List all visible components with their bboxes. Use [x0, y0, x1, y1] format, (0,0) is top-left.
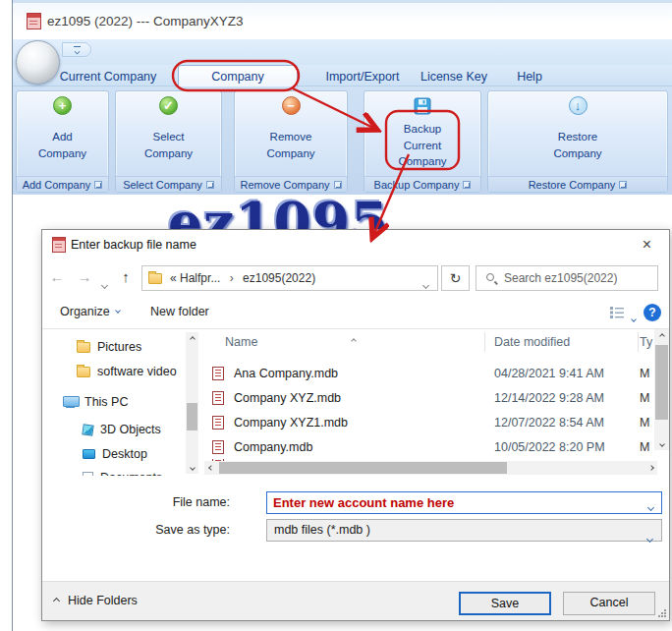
ribbon-button-add-company[interactable]: + Add Company Add Company — [16, 90, 109, 193]
dialog-app-icon — [52, 237, 66, 253]
column-divider[interactable] — [484, 332, 485, 352]
add-circle-icon: + — [53, 96, 72, 115]
folder-icon — [148, 273, 162, 284]
dialog-command-bar: Organize New folder ? — [42, 297, 669, 329]
forward-icon[interactable]: → — [74, 267, 95, 287]
sidebar-item-label: Desktop — [102, 447, 147, 461]
sidebar-item-3d-objects[interactable]: 3D Objects — [83, 418, 161, 441]
cancel-button[interactable]: Cancel — [563, 592, 655, 615]
tab-import-export[interactable]: Import/Export — [317, 67, 408, 86]
ribbon-button-label: Select Company — [144, 115, 193, 176]
scrollbar-thumb[interactable] — [187, 403, 197, 430]
dialog-launcher-icon[interactable] — [619, 181, 627, 189]
hide-folders-button[interactable]: Hide Folders — [54, 594, 138, 607]
details-view-icon[interactable] — [610, 307, 624, 318]
breadcrumb-current[interactable]: ez1095(2022) — [243, 271, 315, 285]
file-name: Company.mdb — [234, 440, 479, 454]
chevron-down-icon[interactable] — [648, 499, 653, 513]
scroll-up-icon[interactable] — [654, 329, 669, 342]
file-date: 04/28/2021 9:41 AM — [494, 367, 604, 380]
dialog-launcher-icon[interactable] — [206, 181, 214, 189]
scroll-down-icon[interactable] — [654, 437, 669, 450]
file-row[interactable]: Company XYZ1.mdb 12/07/2022 8:54 AM M — [204, 410, 651, 434]
scroll-left-icon[interactable] — [204, 461, 217, 475]
save-button[interactable]: Save — [459, 592, 551, 615]
save-dialog: Enter backup file name × ← → ↑ « Halfpr.… — [41, 229, 670, 621]
sidebar-item-label: Documents — [100, 471, 162, 476]
ribbon-button-backup-current-company[interactable]: Backup Current Company Backup Company — [364, 90, 481, 193]
sidebar-item-this-pc[interactable]: This PC — [63, 390, 128, 414]
dialog-launcher-icon[interactable] — [463, 181, 471, 189]
file-name-row: File name: — [42, 491, 669, 514]
back-icon[interactable]: ← — [46, 267, 68, 287]
file-row[interactable]: Ana Company.mdb 04/28/2021 9:41 AM M — [204, 361, 651, 385]
list-scrollbar-horizontal[interactable] — [204, 461, 657, 475]
ribbon-button-label: Remove Company — [266, 115, 314, 176]
chevron-down-icon — [74, 46, 81, 54]
close-icon[interactable]: × — [625, 230, 669, 259]
ribbon-button-select-company[interactable]: ✓ Select Company Select Company — [115, 90, 222, 193]
dialog-launcher-icon[interactable] — [94, 181, 102, 189]
address-bar[interactable]: « Halfpr... › ez1095(2022) — [141, 265, 438, 291]
file-type: M — [640, 416, 649, 430]
sidebar-item-desktop[interactable]: Desktop — [83, 442, 147, 466]
recent-locations-chevron-icon[interactable] — [97, 273, 111, 293]
tree-scrollbar[interactable] — [186, 332, 198, 474]
refresh-icon[interactable]: ↻ — [441, 265, 470, 291]
file-name: Company XYZ.mdb — [234, 391, 479, 405]
new-folder-button[interactable]: New folder — [150, 305, 209, 318]
list-scrollbar-vertical[interactable] — [654, 329, 669, 450]
organize-button[interactable]: Organize — [60, 305, 120, 318]
search-input[interactable] — [504, 267, 651, 289]
view-dropdown-chevron-icon[interactable] — [632, 311, 636, 324]
ribbon-button-restore-company[interactable]: ↓ Restore Company Restore Company — [487, 90, 668, 193]
application-orb-button[interactable] — [16, 40, 60, 85]
scrollbar-thumb[interactable] — [219, 462, 507, 474]
file-date: 12/14/2022 9:28 AM — [494, 391, 604, 405]
address-dropdown-chevron-icon[interactable] — [423, 277, 428, 291]
file-date: 10/05/2022 8:20 PM — [494, 440, 605, 454]
mdb-file-icon — [212, 440, 224, 454]
window-title: ez1095 (2022) --- CompanyXYZ3 — [47, 14, 244, 29]
cube-icon — [82, 424, 93, 435]
sidebar-item-documents[interactable]: Documents — [83, 466, 162, 476]
app-icon — [27, 13, 41, 29]
file-row[interactable]: Company.mdb 10/05/2022 8:20 PM M — [204, 434, 651, 459]
search-icon — [486, 273, 494, 281]
file-date: 12/07/2022 8:54 AM — [494, 416, 604, 430]
tab-license-key[interactable]: License Key — [412, 67, 496, 86]
file-row[interactable]: Company XYZ.mdb 12/14/2022 9:28 AM M — [204, 385, 651, 410]
tab-current-company[interactable]: Current Company — [57, 67, 159, 86]
column-header-name[interactable]: Name — [225, 329, 257, 355]
dialog-navigation-bar: ← → ↑ « Halfpr... › ez1095(2022) ↻ — [42, 259, 669, 297]
customize-quick-access-button[interactable] — [62, 42, 91, 57]
column-header-type[interactable]: Ty — [640, 329, 652, 355]
scroll-up-icon[interactable] — [186, 332, 198, 345]
column-divider[interactable] — [638, 332, 639, 352]
file-name-input[interactable] — [266, 491, 662, 514]
sidebar-item-pictures[interactable]: Pictures — [71, 335, 141, 359]
mdb-file-icon — [212, 391, 224, 405]
resize-grip[interactable] — [658, 609, 666, 617]
tab-help[interactable]: Help — [506, 67, 553, 86]
save-as-type-label: Save as type: — [42, 519, 230, 542]
scroll-right-icon[interactable] — [644, 461, 657, 475]
dialog-launcher-icon[interactable] — [334, 181, 342, 189]
minus-circle-icon: − — [282, 96, 301, 115]
ribbon-button-remove-company[interactable]: − Remove Company Remove Company — [234, 90, 348, 193]
up-icon[interactable]: ↑ — [115, 267, 137, 287]
save-as-type-select[interactable]: mdb files (*.mdb ) — [266, 519, 662, 542]
file-list-pane: Name Date modified Ty Ana Company.mdb 04… — [204, 329, 669, 476]
ribbon-button-label: Restore Company — [553, 115, 601, 176]
column-header-date-modified[interactable]: Date modified — [494, 329, 570, 355]
file-name-combo — [266, 491, 662, 514]
group-footer-restore-company: Restore Company — [488, 176, 667, 192]
tab-company-management[interactable]: Company Management — [178, 65, 298, 86]
scrollbar-thumb[interactable] — [655, 345, 668, 420]
new-folder-label: New folder — [150, 305, 209, 318]
dialog-main-area: Pictures software video This PC 3D Objec… — [42, 329, 669, 476]
sidebar-item-software-video[interactable]: software video — [71, 360, 177, 383]
breadcrumb-parent[interactable]: Halfpr... — [180, 271, 220, 285]
help-icon[interactable]: ? — [644, 304, 661, 321]
scroll-down-icon[interactable] — [186, 461, 198, 474]
